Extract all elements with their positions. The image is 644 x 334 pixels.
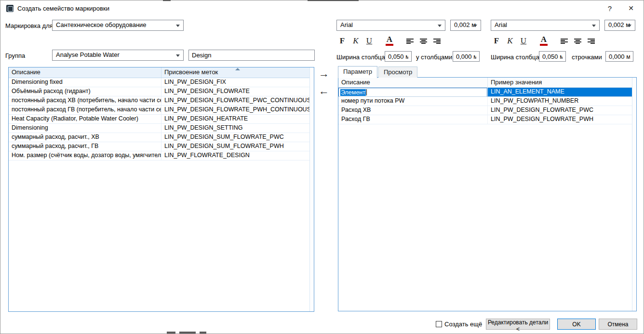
table-row[interactable]: постоянный расход ГВ (потребитель, начал… — [9, 106, 309, 115]
column-gap-label: у столбцами — [416, 53, 452, 61]
table-row[interactable]: DimensioningLIN_PW_DESIGN_SETTING — [9, 124, 309, 133]
ok-button[interactable]: OK — [557, 319, 596, 330]
column-header-tag-assignment[interactable]: Присвоение меток — [161, 67, 314, 78]
table-row[interactable]: Dimensioning fixedLIN_PW_DESIGN_FIX — [9, 78, 309, 87]
align-left-button[interactable] — [403, 35, 416, 47]
table-row[interactable]: Расход ХВLIN_PW_DESIGN_FLOWRATE_PWC — [338, 106, 632, 115]
cell-sample-value[interactable]: LIN_PW_DESIGN_FLOWRATE_PWH — [488, 115, 632, 124]
edit-details-button[interactable]: Редактировать детали < — [486, 319, 550, 330]
table-row[interactable]: номер пути потока PWLIN_PW_FLOWPATH_NUMB… — [338, 97, 632, 106]
underline-button[interactable]: U — [363, 35, 376, 47]
cell-tag-assignment[interactable]: LIN_PW_DESIGN_FLOWRATE — [161, 87, 309, 96]
table-row[interactable]: Расход ГВLIN_PW_DESIGN_FLOWRATE_PWH — [338, 115, 632, 124]
chevron-down-icon — [592, 25, 596, 27]
tab-parameter[interactable]: Параметр — [338, 66, 377, 78]
cell-tag-assignment[interactable]: LIN_PW_DESIGN_FLOWRATE_PWC_CONTINUOUS — [161, 96, 309, 105]
cell-description-editing[interactable]: Элемент — [338, 88, 488, 96]
align-center-button[interactable] — [571, 35, 584, 47]
cell-description[interactable]: Ном. размер (счётчик воды, дозатор воды,… — [9, 151, 161, 160]
table-row[interactable]: суммарный расход, расчит., ГВLIN_PW_DESI… — [9, 142, 309, 151]
font-color-swatch — [540, 44, 548, 46]
cell-tag-assignment[interactable]: LIN_PW_DESIGN_SUM_FLOWRATE_PWH — [161, 142, 309, 151]
cell-description[interactable]: номер пути потока PW — [338, 97, 488, 106]
underline-button[interactable]: U — [517, 35, 530, 47]
bold-button[interactable]: F — [490, 35, 503, 47]
chevron-down-icon — [176, 54, 180, 57]
tag-for-label: Маркировка для — [5, 22, 53, 29]
group-label: Группа — [5, 52, 25, 59]
table-row[interactable]: Объёмный расход (гидрант)LIN_PW_DESIGN_F… — [9, 87, 309, 96]
checkbox-icon[interactable] — [436, 321, 442, 327]
cancel-button[interactable]: Отмена — [599, 319, 637, 330]
table-row[interactable]: суммарный расход, расчит., ХВLIN_PW_DESI… — [9, 133, 309, 142]
table-row-selected[interactable]: Элемент LIN_AN_ELEMENT_NAME — [338, 88, 632, 97]
cell-sample-value[interactable]: LIN_AN_ELEMENT_NAME — [488, 88, 632, 96]
move-left-button[interactable]: ← — [319, 86, 329, 96]
family-name-input[interactable] — [188, 50, 315, 61]
table-row[interactable]: Ном. размер (счётчик воды, дозатор воды,… — [9, 151, 309, 160]
cell-tag-assignment[interactable]: LIN_PW_FLOWRATE_DESIGN — [161, 151, 309, 160]
cell-description[interactable]: Объёмный расход (гидрант) — [9, 87, 161, 96]
cell-tag-assignment[interactable]: LIN_PW_DESIGN_FLOWRATE_PWH_CONTINUOUS — [161, 106, 309, 114]
cell-description[interactable]: суммарный расход, расчит., ГВ — [9, 142, 161, 151]
font-color-button[interactable]: A — [383, 35, 396, 47]
align-left-button[interactable] — [558, 35, 570, 47]
group-select[interactable]: Analyse Potable Water — [52, 50, 184, 61]
selected-text: Элемент — [340, 89, 366, 96]
align-right-button[interactable] — [430, 35, 443, 47]
cell-description[interactable]: Расход ХВ — [338, 106, 488, 115]
vertical-scrollbar[interactable] — [632, 78, 636, 311]
font-color-button[interactable]: A — [537, 35, 550, 47]
cell-sample-value[interactable]: LIN_PW_DESIGN_FLOWRATE_PWC — [488, 106, 632, 115]
column-header-sample-value[interactable]: Пример значения — [488, 78, 636, 87]
inline-edit-input[interactable]: Элемент — [338, 88, 487, 96]
create-more-label: Создать ещё — [444, 321, 482, 328]
cell-description[interactable]: суммарный расход, расчит., ХВ — [9, 133, 161, 142]
close-button[interactable]: ✕ — [621, 1, 641, 16]
column-header-description[interactable]: Описание — [338, 78, 488, 87]
table-row[interactable]: Heat Capacity (Radiator, Potable Water C… — [9, 115, 309, 124]
right-panel-tabs: Параметр Просмотр — [338, 67, 418, 78]
cell-tag-assignment[interactable]: LIN_PW_DESIGN_SETTING — [161, 124, 309, 133]
align-center-button[interactable] — [417, 35, 429, 47]
font-size-select-columns[interactable]: 0,002 м — [450, 20, 481, 31]
italic-button[interactable]: K — [349, 35, 362, 47]
italic-button[interactable]: K — [504, 35, 516, 47]
font-size-select-rows[interactable]: 0,002 м — [604, 20, 635, 31]
font-family-select-columns[interactable]: Arial — [336, 20, 445, 31]
tab-preview[interactable]: Просмотр — [378, 67, 417, 78]
font-family-select-rows[interactable]: Arial — [491, 20, 600, 31]
move-right-button[interactable]: → — [319, 68, 329, 79]
bold-button[interactable]: F — [336, 35, 349, 47]
background-window-fragment — [179, 332, 196, 334]
cell-description[interactable]: постоянный расход ХВ (потребитель, начал… — [9, 96, 161, 105]
available-tags-table: Описание Присвоение меток Dimensioning f… — [8, 67, 314, 312]
create-tag-family-dialog: Создать семейство маркировки ? ✕ Маркиро… — [0, 0, 644, 334]
cell-description[interactable]: Heat Capacity (Radiator, Potable Water C… — [9, 115, 161, 123]
cell-description[interactable]: Dimensioning fixed — [9, 78, 161, 87]
cell-tag-assignment[interactable]: LIN_PW_DESIGN_HEATRATE — [161, 115, 309, 123]
text-caret — [366, 89, 367, 95]
row-width-input[interactable] — [539, 51, 566, 62]
help-button[interactable]: ? — [600, 1, 620, 16]
row-width-label: Ширина столбца — [491, 53, 539, 61]
cell-description[interactable]: постоянный расход ГВ (потребитель, начал… — [9, 106, 161, 114]
column-width-input[interactable] — [385, 51, 412, 62]
cell-tag-assignment[interactable]: LIN_PW_DESIGN_FIX — [161, 78, 309, 87]
align-right-button[interactable] — [585, 35, 597, 47]
create-more-checkbox[interactable]: Создать ещё — [436, 321, 482, 328]
cell-description[interactable]: Расход ГВ — [338, 115, 488, 124]
cell-description[interactable]: Dimensioning — [9, 124, 161, 133]
row-gap-input[interactable] — [605, 51, 633, 62]
cell-sample-value[interactable]: LIN_PW_FLOWPATH_NUMBER — [488, 97, 632, 106]
chevron-down-icon — [438, 25, 442, 27]
align-left-icon — [406, 39, 414, 44]
column-gap-input[interactable] — [453, 51, 480, 62]
table-row[interactable]: постоянный расход ХВ (потребитель, начал… — [9, 96, 309, 106]
vertical-scrollbar[interactable] — [309, 67, 314, 311]
align-center-icon — [420, 39, 427, 44]
selected-parameters-table: Описание Пример значения Элемент LIN_AN_… — [338, 77, 637, 311]
tag-for-select[interactable]: Сантехническое оборудование — [52, 20, 184, 31]
column-header-description[interactable]: Описание — [9, 67, 161, 78]
cell-tag-assignment[interactable]: LIN_PW_DESIGN_SUM_FLOWRATE_PWC — [161, 133, 309, 142]
